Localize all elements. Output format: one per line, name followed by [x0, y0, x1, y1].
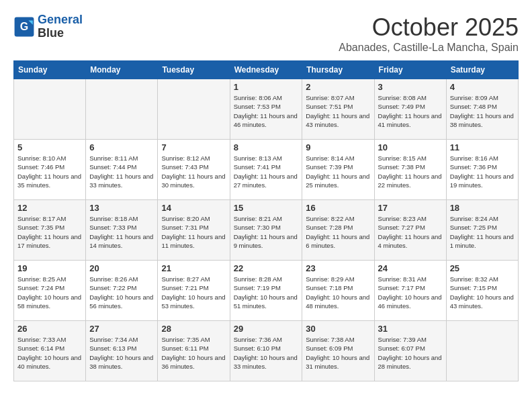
- calendar-cell: 5Sunrise: 8:10 AM Sunset: 7:46 PM Daylig…: [14, 140, 86, 200]
- cell-content: Sunrise: 7:36 AM Sunset: 6:10 PM Dayligh…: [234, 335, 299, 371]
- cell-content: Sunrise: 8:12 AM Sunset: 7:43 PM Dayligh…: [161, 154, 226, 189]
- calendar-cell: 13Sunrise: 8:18 AM Sunset: 7:33 PM Dayli…: [86, 200, 158, 261]
- weekday-header-saturday: Saturday: [446, 61, 518, 79]
- day-number: 22: [234, 263, 299, 273]
- calendar-cell: 1Sunrise: 8:06 AM Sunset: 7:53 PM Daylig…: [230, 79, 302, 140]
- day-number: 21: [161, 263, 226, 273]
- svg-text:G: G: [20, 21, 28, 32]
- calendar-cell: 15Sunrise: 8:21 AM Sunset: 7:30 PM Dayli…: [230, 200, 302, 261]
- calendar-cell: 20Sunrise: 8:26 AM Sunset: 7:22 PM Dayli…: [86, 261, 158, 321]
- calendar-cell: 16Sunrise: 8:22 AM Sunset: 7:28 PM Dayli…: [302, 200, 374, 261]
- cell-content: Sunrise: 8:23 AM Sunset: 7:27 PM Dayligh…: [378, 214, 443, 250]
- title-section: October 2025 Abanades, Castille-La Manch…: [339, 13, 519, 54]
- calendar-table: SundayMondayTuesdayWednesdayThursdayFrid…: [13, 60, 519, 381]
- cell-content: Sunrise: 8:26 AM Sunset: 7:22 PM Dayligh…: [89, 275, 154, 310]
- cell-content: Sunrise: 7:35 AM Sunset: 6:11 PM Dayligh…: [161, 335, 226, 371]
- location-title: Abanades, Castille-La Mancha, Spain: [339, 42, 519, 54]
- logo-icon: G: [13, 16, 35, 38]
- cell-content: Sunrise: 8:28 AM Sunset: 7:19 PM Dayligh…: [234, 275, 299, 310]
- cell-content: Sunrise: 8:06 AM Sunset: 7:53 PM Dayligh…: [234, 93, 299, 129]
- day-number: 6: [89, 142, 154, 152]
- month-title: October 2025: [339, 13, 519, 42]
- day-number: 12: [17, 203, 82, 213]
- weekday-header-friday: Friday: [374, 61, 446, 79]
- day-number: 13: [89, 203, 154, 213]
- cell-content: Sunrise: 8:25 AM Sunset: 7:24 PM Dayligh…: [17, 275, 82, 310]
- cell-content: Sunrise: 8:07 AM Sunset: 7:51 PM Dayligh…: [306, 93, 370, 129]
- calendar-cell: 26Sunrise: 7:33 AM Sunset: 6:14 PM Dayli…: [14, 321, 86, 381]
- calendar-cell: 7Sunrise: 8:12 AM Sunset: 7:43 PM Daylig…: [158, 140, 230, 200]
- cell-content: Sunrise: 8:17 AM Sunset: 7:35 PM Dayligh…: [17, 214, 82, 250]
- cell-content: Sunrise: 8:18 AM Sunset: 7:33 PM Dayligh…: [89, 214, 154, 250]
- day-number: 8: [234, 142, 299, 152]
- cell-content: Sunrise: 8:24 AM Sunset: 7:25 PM Dayligh…: [450, 214, 515, 250]
- calendar-cell: 29Sunrise: 7:36 AM Sunset: 6:10 PM Dayli…: [230, 321, 302, 381]
- cell-content: Sunrise: 7:39 AM Sunset: 6:07 PM Dayligh…: [378, 335, 443, 371]
- weekday-header-tuesday: Tuesday: [158, 61, 230, 79]
- calendar-cell: 8Sunrise: 8:13 AM Sunset: 7:41 PM Daylig…: [230, 140, 302, 200]
- calendar-cell: 31Sunrise: 7:39 AM Sunset: 6:07 PM Dayli…: [374, 321, 446, 381]
- day-number: 3: [378, 82, 443, 92]
- cell-content: Sunrise: 8:16 AM Sunset: 7:36 PM Dayligh…: [450, 154, 515, 189]
- day-number: 28: [161, 324, 226, 334]
- weekday-header-wednesday: Wednesday: [230, 61, 302, 79]
- day-number: 20: [89, 263, 154, 273]
- cell-content: Sunrise: 8:22 AM Sunset: 7:28 PM Dayligh…: [306, 214, 370, 250]
- calendar-cell: 23Sunrise: 8:29 AM Sunset: 7:18 PM Dayli…: [302, 261, 374, 321]
- weekday-header-thursday: Thursday: [302, 61, 374, 79]
- cell-content: Sunrise: 8:10 AM Sunset: 7:46 PM Dayligh…: [17, 154, 82, 189]
- cell-content: Sunrise: 8:29 AM Sunset: 7:18 PM Dayligh…: [306, 275, 370, 310]
- day-number: 29: [234, 324, 299, 334]
- calendar-cell: 17Sunrise: 8:23 AM Sunset: 7:27 PM Dayli…: [374, 200, 446, 261]
- day-number: 2: [306, 82, 370, 92]
- calendar-cell: 27Sunrise: 7:34 AM Sunset: 6:13 PM Dayli…: [86, 321, 158, 381]
- calendar-cell: 11Sunrise: 8:16 AM Sunset: 7:36 PM Dayli…: [446, 140, 518, 200]
- day-number: 14: [161, 203, 226, 213]
- day-number: 7: [161, 142, 226, 152]
- cell-content: Sunrise: 8:13 AM Sunset: 7:41 PM Dayligh…: [234, 154, 299, 189]
- day-number: 25: [450, 263, 515, 273]
- calendar-cell: 14Sunrise: 8:20 AM Sunset: 7:31 PM Dayli…: [158, 200, 230, 261]
- cell-content: Sunrise: 8:31 AM Sunset: 7:17 PM Dayligh…: [378, 275, 443, 310]
- cell-content: Sunrise: 7:34 AM Sunset: 6:13 PM Dayligh…: [89, 335, 154, 371]
- weekday-header-monday: Monday: [86, 61, 158, 79]
- day-number: 1: [234, 82, 299, 92]
- calendar-cell: 24Sunrise: 8:31 AM Sunset: 7:17 PM Dayli…: [374, 261, 446, 321]
- calendar-cell: 4Sunrise: 8:09 AM Sunset: 7:48 PM Daylig…: [446, 79, 518, 140]
- logo-text: General Blue: [38, 13, 83, 40]
- day-number: 16: [306, 203, 370, 213]
- calendar-cell: 18Sunrise: 8:24 AM Sunset: 7:25 PM Dayli…: [446, 200, 518, 261]
- day-number: 11: [450, 142, 515, 152]
- cell-content: Sunrise: 8:20 AM Sunset: 7:31 PM Dayligh…: [161, 214, 226, 250]
- day-number: 5: [17, 142, 82, 152]
- calendar-cell: 22Sunrise: 8:28 AM Sunset: 7:19 PM Dayli…: [230, 261, 302, 321]
- calendar-cell: [158, 79, 230, 140]
- day-number: 9: [306, 142, 370, 152]
- calendar-cell: 10Sunrise: 8:15 AM Sunset: 7:38 PM Dayli…: [374, 140, 446, 200]
- cell-content: Sunrise: 8:15 AM Sunset: 7:38 PM Dayligh…: [378, 154, 443, 189]
- cell-content: Sunrise: 8:21 AM Sunset: 7:30 PM Dayligh…: [234, 214, 299, 250]
- calendar-cell: 2Sunrise: 8:07 AM Sunset: 7:51 PM Daylig…: [302, 79, 374, 140]
- day-number: 4: [450, 82, 515, 92]
- cell-content: Sunrise: 7:33 AM Sunset: 6:14 PM Dayligh…: [17, 335, 82, 371]
- cell-content: Sunrise: 8:08 AM Sunset: 7:49 PM Dayligh…: [378, 93, 443, 129]
- calendar-cell: [86, 79, 158, 140]
- calendar-cell: 6Sunrise: 8:11 AM Sunset: 7:44 PM Daylig…: [86, 140, 158, 200]
- day-number: 26: [17, 324, 82, 334]
- day-number: 17: [378, 203, 443, 213]
- day-number: 31: [378, 324, 443, 334]
- calendar-cell: [446, 321, 518, 381]
- calendar-cell: 21Sunrise: 8:27 AM Sunset: 7:21 PM Dayli…: [158, 261, 230, 321]
- cell-content: Sunrise: 8:09 AM Sunset: 7:48 PM Dayligh…: [450, 93, 515, 129]
- cell-content: Sunrise: 8:14 AM Sunset: 7:39 PM Dayligh…: [306, 154, 370, 189]
- calendar-cell: 19Sunrise: 8:25 AM Sunset: 7:24 PM Dayli…: [14, 261, 86, 321]
- day-number: 24: [378, 263, 443, 273]
- cell-content: Sunrise: 8:11 AM Sunset: 7:44 PM Dayligh…: [89, 154, 154, 189]
- cell-content: Sunrise: 8:27 AM Sunset: 7:21 PM Dayligh…: [161, 275, 226, 310]
- cell-content: Sunrise: 7:38 AM Sunset: 6:09 PM Dayligh…: [306, 335, 370, 371]
- day-number: 23: [306, 263, 370, 273]
- logo: G General Blue: [13, 13, 83, 40]
- calendar-cell: 28Sunrise: 7:35 AM Sunset: 6:11 PM Dayli…: [158, 321, 230, 381]
- calendar-cell: 30Sunrise: 7:38 AM Sunset: 6:09 PM Dayli…: [302, 321, 374, 381]
- calendar-cell: 9Sunrise: 8:14 AM Sunset: 7:39 PM Daylig…: [302, 140, 374, 200]
